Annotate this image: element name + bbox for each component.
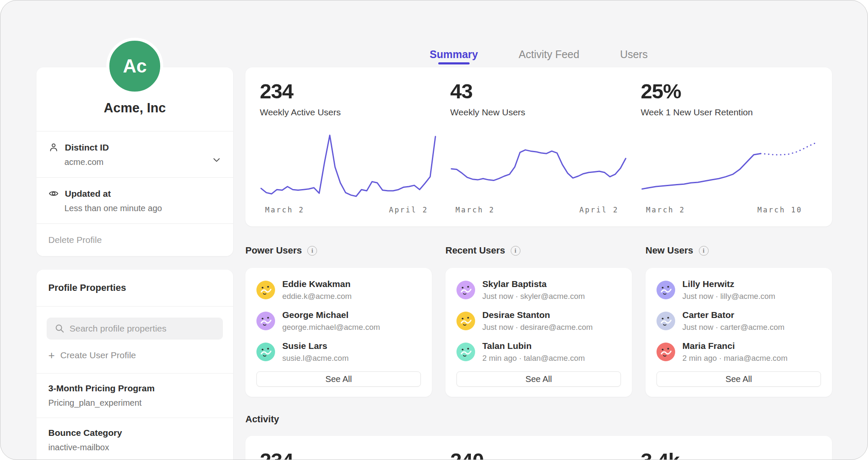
stat-label: Weekly New Users <box>450 107 627 117</box>
section-title: Recent Users <box>445 245 505 256</box>
user-avatar-face-icon <box>456 281 475 299</box>
plus-icon: + <box>48 351 55 360</box>
user-list: Lilly Herwitz Just now · lilly@acme.com … <box>657 279 821 363</box>
profile-properties-card: Profile Properties + Create User Profile… <box>36 270 233 460</box>
retention-sparkline <box>641 132 818 200</box>
x-tick: April 2 <box>579 206 619 214</box>
tab-users[interactable]: Users <box>620 48 648 67</box>
profile-properties-title: Profile Properties <box>36 270 233 307</box>
retention-stat: 25% Week 1 New User Retention March 2 Ma… <box>641 79 818 226</box>
user-row[interactable]: Desirae Stanton Just now · desirare@acme… <box>456 310 621 332</box>
user-row[interactable]: Carter Bator Just now · carter@acme.com <box>657 310 821 332</box>
recent-users-section: Recent Users Skylar Baptista Just now · … <box>445 244 632 397</box>
user-subtext: Just now · lilly@acme.com <box>682 292 775 301</box>
search-profile-properties-input[interactable] <box>47 318 223 340</box>
updated-at-label: Updated at <box>65 189 111 199</box>
tab-bar: Summary Activity Feed Users <box>245 0 832 67</box>
user-subtext: 2 min ago · maria@acme.com <box>682 354 787 363</box>
company-avatar: Ac <box>106 38 163 95</box>
user-row[interactable]: Eddie Kwakman eddie.k@acme.com <box>256 279 421 301</box>
user-name: Carter Bator <box>682 310 785 320</box>
updated-at-row: Updated at Less than one minute ago <box>36 177 233 223</box>
chevron-down-icon[interactable] <box>212 155 221 164</box>
info-circle-icon[interactable] <box>511 246 520 256</box>
x-tick: March 2 <box>456 206 495 214</box>
property-value: inactive-mailbox <box>48 443 221 452</box>
section-title: Power Users <box>245 245 302 256</box>
property-label: 3-Month Pricing Program <box>48 383 221 393</box>
property-row[interactable]: 3-Month Pricing Program Pricing_plan_exp… <box>36 374 233 418</box>
user-row[interactable]: Susie Lars susie.l@acme.com <box>256 341 421 363</box>
user-row[interactable]: Talan Lubin 2 min ago · talan@acme.com <box>456 341 621 363</box>
create-user-profile-label: Create User Profile <box>60 350 136 360</box>
user-name: Maria Franci <box>682 341 787 351</box>
person-icon <box>48 142 59 153</box>
updated-at-value: Less than one minute ago <box>64 204 221 213</box>
weekly-new-users-stat: 43 Weekly New Users March 2 April 2 <box>450 79 627 226</box>
user-row[interactable]: Lilly Herwitz Just now · lilly@acme.com <box>657 279 821 301</box>
x-tick: March 2 <box>265 206 305 214</box>
see-all-button[interactable]: See All <box>456 371 621 387</box>
distinct-id-label: Distinct ID <box>65 142 109 153</box>
user-subtext: eddie.k@acme.com <box>282 292 352 301</box>
new-users-card: Lilly Herwitz Just now · lilly@acme.com … <box>645 268 832 397</box>
user-subtext: george.michael@acme.com <box>282 323 380 332</box>
user-name: Skylar Baptista <box>482 279 585 289</box>
stat-value: 43 <box>450 79 627 103</box>
weekly-active-users-stat: 234 Weekly Active Users March 2 April 2 <box>260 79 437 226</box>
new-users-section: New Users Lilly Herwitz Just now · lilly… <box>645 244 832 397</box>
user-list: Eddie Kwakman eddie.k@acme.com George Mi… <box>256 279 421 363</box>
activity-section-title: Activity <box>245 414 832 425</box>
distinct-id-row: Distinct ID acme.com <box>36 131 233 177</box>
user-avatar-face-icon <box>456 312 475 330</box>
main-content: Summary Activity Feed Users 234 Weekly A… <box>245 0 832 460</box>
user-row[interactable]: George Michael george.michael@acme.com <box>256 310 421 332</box>
user-subtext: Just now · desirare@acme.com <box>482 323 593 332</box>
user-row[interactable]: Skylar Baptista Just now · skyler@acme.c… <box>456 279 621 301</box>
app-window: Ac Acme, Inc Distinct ID acme.com <box>0 0 868 460</box>
x-tick: March 10 <box>757 206 802 214</box>
property-row[interactable]: Bounce Category inactive-mailbox <box>36 418 233 460</box>
user-sections: Power Users Eddie Kwakman eddie.k@acme.c… <box>245 244 832 397</box>
property-label: Bounce Category <box>48 428 221 438</box>
activity-stat-value: 3.4k <box>641 449 818 460</box>
see-all-button[interactable]: See All <box>657 371 821 387</box>
stat-label: Weekly Active Users <box>260 107 437 117</box>
summary-stats-card: 234 Weekly Active Users March 2 April 2 … <box>245 67 832 226</box>
delete-profile-button[interactable]: Delete Profile <box>36 223 233 256</box>
recent-users-card: Skylar Baptista Just now · skyler@acme.c… <box>445 268 632 397</box>
activity-stat-value: 234 <box>260 449 437 460</box>
user-row[interactable]: Maria Franci 2 min ago · maria@acme.com <box>657 341 821 363</box>
see-all-button[interactable]: See All <box>256 371 421 387</box>
user-avatar-face-icon <box>256 312 275 330</box>
activity-stats-card: 234 240 3.4k <box>245 436 832 460</box>
user-subtext: Just now · skyler@acme.com <box>482 292 585 301</box>
section-title: New Users <box>645 245 693 256</box>
weekly-active-users-sparkline <box>260 132 437 200</box>
distinct-id-value: acme.com <box>64 157 221 167</box>
user-name: Desirae Stanton <box>482 310 593 320</box>
user-list: Skylar Baptista Just now · skyler@acme.c… <box>456 279 621 363</box>
user-avatar-face-icon <box>256 281 275 299</box>
stat-value: 234 <box>260 79 437 103</box>
profile-sidebar: Ac Acme, Inc Distinct ID acme.com <box>36 0 233 460</box>
x-tick: April 2 <box>389 206 428 214</box>
user-avatar-face-icon <box>657 281 675 299</box>
user-avatar-face-icon <box>456 343 475 361</box>
power-users-card: Eddie Kwakman eddie.k@acme.com George Mi… <box>245 268 432 397</box>
stat-label: Week 1 New User Retention <box>641 107 818 117</box>
info-circle-icon[interactable] <box>699 246 709 256</box>
user-subtext: susie.l@acme.com <box>282 354 349 363</box>
user-avatar-face-icon <box>256 343 275 361</box>
user-avatar-face-icon <box>657 343 675 361</box>
user-subtext: Just now · carter@acme.com <box>682 323 785 332</box>
property-value: Pricing_plan_experiment <box>48 398 221 408</box>
power-users-section: Power Users Eddie Kwakman eddie.k@acme.c… <box>245 244 432 397</box>
create-user-profile-button[interactable]: + Create User Profile <box>36 340 233 374</box>
company-name: Acme, Inc <box>48 100 221 116</box>
info-circle-icon[interactable] <box>307 246 317 256</box>
activity-stat-value: 240 <box>450 449 627 460</box>
tab-activity-feed[interactable]: Activity Feed <box>519 48 579 67</box>
eye-icon <box>48 188 59 199</box>
tab-summary[interactable]: Summary <box>430 48 478 67</box>
